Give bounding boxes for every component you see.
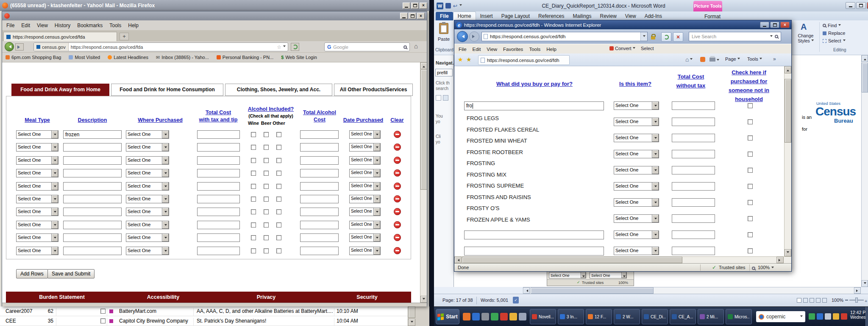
is-this-item-select[interactable]: Select One bbox=[614, 182, 659, 191]
scroll-right-button[interactable] bbox=[776, 257, 784, 263]
total-cost-input[interactable] bbox=[197, 208, 240, 216]
maximize-button[interactable] bbox=[856, 2, 866, 9]
tray-icon[interactable] bbox=[809, 313, 815, 320]
footer-link-privacy[interactable]: Privacy bbox=[257, 294, 275, 300]
where-purchased-select[interactable]: Select One bbox=[126, 208, 169, 216]
clear-row-button[interactable] bbox=[394, 169, 401, 177]
description-input[interactable] bbox=[63, 182, 122, 191]
scrollbar-thumb[interactable] bbox=[408, 306, 415, 318]
maximize-button[interactable] bbox=[411, 3, 419, 9]
quick-launch-icon[interactable] bbox=[481, 313, 489, 320]
meal-type-select[interactable]: Select One bbox=[16, 233, 58, 242]
feeds-icon[interactable] bbox=[700, 57, 705, 62]
dropdown-arrow-icon[interactable] bbox=[51, 131, 58, 138]
total-cost-input[interactable] bbox=[672, 166, 715, 174]
bookmark-item[interactable]: $Web Site Login bbox=[281, 55, 317, 60]
total-cost-input[interactable] bbox=[672, 118, 715, 126]
paste-icon[interactable] bbox=[439, 23, 448, 34]
is-this-item-select[interactable]: Select One bbox=[614, 118, 659, 126]
spellcheck-icon[interactable]: ✓ bbox=[513, 297, 519, 304]
zoom-icon[interactable] bbox=[752, 267, 755, 270]
clear-row-button[interactable] bbox=[394, 183, 401, 190]
dropdown-arrow-icon[interactable] bbox=[162, 221, 169, 229]
view-button[interactable] bbox=[822, 298, 827, 303]
menu-item[interactable]: Edit bbox=[19, 22, 32, 29]
not-in-household-checkbox[interactable] bbox=[748, 200, 753, 205]
is-this-item-select[interactable]: Select One bbox=[614, 166, 659, 174]
is-this-item-select[interactable]: Select One bbox=[614, 134, 659, 142]
menu-item[interactable]: File bbox=[5, 22, 16, 29]
dropdown-arrow-icon[interactable] bbox=[162, 208, 169, 216]
menu-item[interactable]: Edit bbox=[471, 46, 483, 53]
not-in-household-checkbox[interactable] bbox=[748, 103, 753, 108]
minimize-button[interactable] bbox=[846, 2, 855, 9]
select-button[interactable]: Select bbox=[823, 38, 846, 43]
scrollbar-thumb[interactable] bbox=[862, 63, 868, 93]
save-and-submit-button[interactable]: Save and Submit bbox=[47, 269, 95, 278]
message-sender[interactable]: Capitol City Brewing Company bbox=[119, 318, 192, 324]
taskbar-clock[interactable]: 12:42 PM Wednesday bbox=[850, 310, 866, 320]
minimize-button[interactable] bbox=[403, 3, 410, 9]
menu-item[interactable]: File bbox=[457, 46, 468, 53]
dropdown-arrow-icon[interactable] bbox=[51, 234, 58, 242]
quick-launch-icon[interactable] bbox=[500, 313, 508, 320]
forward-button[interactable] bbox=[15, 43, 24, 51]
dropdown-arrow-icon[interactable] bbox=[162, 247, 169, 255]
dropdown-arrow-icon[interactable] bbox=[373, 131, 380, 138]
menu-item[interactable]: Favorites bbox=[501, 46, 525, 53]
alcohol-cost-input[interactable] bbox=[300, 233, 339, 242]
print-dropdown-icon[interactable] bbox=[717, 59, 719, 62]
tray-icon[interactable] bbox=[841, 313, 847, 320]
bookmark-item[interactable]: Latest Headlines bbox=[108, 55, 148, 60]
yahoo-titlebar[interactable]: (65558 unread) - ktashenfelter - Yahoo! … bbox=[0, 0, 429, 11]
site-identity-chip[interactable]: census.gov bbox=[34, 43, 69, 51]
dropdown-arrow-icon[interactable] bbox=[51, 183, 58, 190]
not-in-household-checkbox[interactable] bbox=[748, 168, 753, 173]
save-icon[interactable] bbox=[445, 3, 451, 8]
alcohol-cost-input[interactable] bbox=[300, 169, 339, 177]
message-subject[interactable]: St. Patrick's Day Shenanigans! bbox=[197, 318, 333, 324]
dropdown-arrow-icon[interactable] bbox=[652, 183, 659, 190]
total-cost-input[interactable] bbox=[672, 214, 715, 223]
scroll-down-button[interactable] bbox=[862, 280, 868, 287]
search-icon[interactable] bbox=[403, 45, 407, 49]
ie-tab[interactable]: https://respond.census.gov/ced/fdh bbox=[478, 55, 570, 65]
zoom-dropdown-icon[interactable] bbox=[771, 267, 774, 270]
ribbon-tab-format[interactable]: Format bbox=[700, 12, 725, 21]
dropdown-arrow-icon[interactable] bbox=[652, 150, 659, 158]
not-in-household-checkbox[interactable] bbox=[748, 184, 753, 189]
alcohol-cost-input[interactable] bbox=[300, 247, 339, 255]
scroll-down-button[interactable] bbox=[408, 319, 415, 326]
dropdown-arrow-icon[interactable] bbox=[51, 208, 58, 216]
search-icon[interactable] bbox=[775, 35, 778, 38]
beer-checkbox[interactable] bbox=[264, 145, 269, 150]
description-input[interactable] bbox=[63, 195, 122, 203]
beer-checkbox[interactable] bbox=[264, 171, 269, 176]
minimize-button[interactable] bbox=[400, 13, 408, 19]
add-favorite-icon[interactable]: ★ bbox=[466, 56, 472, 63]
message-subject[interactable]: AA, AAA, C, D, and other Alkaline Batter… bbox=[197, 308, 333, 314]
dropdown-arrow-icon[interactable] bbox=[51, 169, 58, 177]
taskbar-window-button[interactable]: 2 W... bbox=[614, 309, 640, 324]
wine-checkbox[interactable] bbox=[251, 222, 256, 228]
total-cost-input[interactable] bbox=[197, 221, 240, 229]
date-purchased-select[interactable]: Select One bbox=[349, 208, 381, 216]
new-tab-button[interactable]: + bbox=[120, 33, 129, 40]
taskbar-window-button[interactable]: 2 Mi... bbox=[698, 309, 724, 324]
taskbar-window-button[interactable]: 3 In... bbox=[558, 309, 584, 324]
dropdown-arrow-icon[interactable] bbox=[373, 169, 380, 177]
dropdown-arrow-icon[interactable] bbox=[373, 221, 380, 229]
bookmark-item[interactable]: Personal Banking - PN... bbox=[217, 55, 273, 60]
zoom-in-icon[interactable]: + bbox=[865, 298, 867, 304]
view-button[interactable] bbox=[810, 298, 814, 303]
taskbar-window-button[interactable]: CE_A... bbox=[670, 309, 696, 324]
navigation-search-input[interactable]: prefill bbox=[435, 69, 453, 76]
ribbon-tab[interactable]: Review bbox=[595, 12, 620, 20]
convert-button[interactable]: Convert bbox=[609, 46, 635, 51]
dropdown-arrow-icon[interactable] bbox=[373, 143, 380, 151]
clear-row-button[interactable] bbox=[394, 195, 401, 202]
clear-row-button[interactable] bbox=[394, 143, 401, 151]
scroll-up-button[interactable] bbox=[420, 62, 427, 69]
mail-row[interactable]: Career2007 62 BatteryMart.com AA, AAA, C… bbox=[0, 306, 408, 316]
alcohol-cost-input[interactable] bbox=[300, 195, 339, 203]
